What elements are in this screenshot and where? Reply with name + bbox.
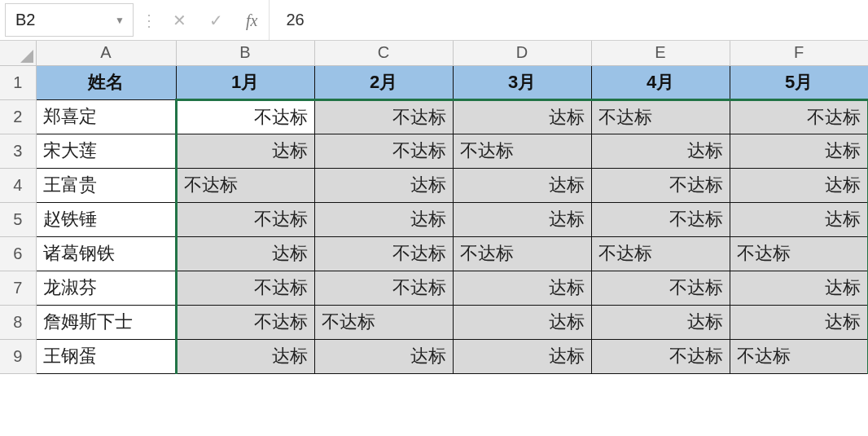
name-box[interactable]: B2 ▼ (5, 3, 134, 37)
value-cell[interactable]: 达标 (591, 305, 730, 339)
value-cell[interactable]: 不达标 (176, 202, 314, 236)
header-cell[interactable]: 3月 (453, 65, 591, 99)
header-cell[interactable]: 2月 (314, 65, 453, 99)
row-header[interactable]: 8 (0, 305, 36, 339)
value-cell[interactable]: 不达标 (176, 271, 314, 305)
value-cell[interactable]: 达标 (314, 168, 453, 202)
value-cell[interactable]: 达标 (730, 305, 868, 339)
header-cell[interactable]: 1月 (176, 65, 314, 99)
column-header[interactable]: F (730, 41, 868, 65)
value-cell[interactable]: 达标 (453, 305, 591, 339)
value-cell[interactable]: 达标 (453, 168, 591, 202)
formula-bar: B2 ▼ ⋮ ✕ ✓ fx 26 (0, 0, 868, 41)
value-cell[interactable]: 不达标 (176, 305, 314, 339)
header-cell[interactable]: 姓名 (36, 65, 176, 99)
name-cell[interactable]: 王富贵 (36, 168, 176, 202)
value-cell[interactable]: 达标 (453, 202, 591, 236)
column-header[interactable]: D (453, 41, 591, 65)
name-cell[interactable]: 詹姆斯下士 (36, 305, 176, 339)
value-cell[interactable]: 达标 (730, 134, 868, 168)
value-cell[interactable]: 达标 (453, 99, 591, 134)
spreadsheet-grid[interactable]: ABCDEF1姓名1月2月3月4月5月2郑喜定不达标不达标达标不达标不达标3宋大… (0, 41, 868, 374)
value-cell[interactable]: 不达标 (730, 339, 868, 373)
cancel-icon[interactable]: ✕ (173, 12, 186, 29)
column-header[interactable]: A (36, 41, 176, 65)
name-cell[interactable]: 郑喜定 (36, 99, 176, 134)
value-cell[interactable]: 不达标 (314, 99, 453, 134)
header-cell[interactable]: 4月 (591, 65, 730, 99)
value-cell[interactable]: 达标 (453, 271, 591, 305)
value-cell[interactable]: 不达标 (591, 271, 730, 305)
name-cell[interactable]: 王钢蛋 (36, 339, 176, 373)
row-header[interactable]: 9 (0, 339, 36, 373)
row-header[interactable]: 3 (0, 134, 36, 168)
value-cell[interactable]: 达标 (314, 339, 453, 373)
value-cell[interactable]: 不达标 (591, 202, 730, 236)
value-cell[interactable]: 不达标 (591, 168, 730, 202)
value-cell[interactable]: 不达标 (176, 168, 314, 202)
value-cell[interactable]: 达标 (591, 134, 730, 168)
row-header[interactable]: 7 (0, 271, 36, 305)
formula-input[interactable]: 26 (269, 0, 868, 40)
value-cell[interactable]: 不达标 (314, 236, 453, 271)
fx-icon[interactable]: fx (246, 12, 257, 29)
name-box-value: B2 (15, 11, 35, 29)
value-cell[interactable]: 不达标 (314, 305, 453, 339)
column-header[interactable]: C (314, 41, 453, 65)
value-cell[interactable]: 不达标 (591, 236, 730, 271)
value-cell[interactable]: 达标 (314, 202, 453, 236)
value-cell[interactable]: 不达标 (730, 236, 868, 271)
value-cell[interactable]: 不达标 (314, 134, 453, 168)
value-cell[interactable]: 达标 (730, 271, 868, 305)
value-cell[interactable]: 达标 (176, 339, 314, 373)
value-cell[interactable]: 达标 (176, 134, 314, 168)
row-header[interactable]: 4 (0, 168, 36, 202)
row-header[interactable]: 6 (0, 236, 36, 271)
row-header[interactable]: 5 (0, 202, 36, 236)
row-header[interactable]: 2 (0, 99, 36, 134)
value-cell[interactable]: 不达标 (314, 271, 453, 305)
separator-icon: ⋮ (137, 0, 161, 40)
name-cell[interactable]: 龙淑芬 (36, 271, 176, 305)
value-cell[interactable]: 达标 (176, 236, 314, 271)
column-header[interactable]: B (176, 41, 314, 65)
row-header[interactable]: 1 (0, 65, 36, 99)
chevron-down-icon: ▼ (115, 15, 125, 26)
value-cell[interactable]: 不达标 (730, 99, 868, 134)
column-header[interactable]: E (591, 41, 730, 65)
name-cell[interactable]: 宋大莲 (36, 134, 176, 168)
value-cell[interactable]: 达标 (453, 339, 591, 373)
formula-value: 26 (286, 11, 304, 29)
header-cell[interactable]: 5月 (730, 65, 868, 99)
value-cell[interactable]: 不达标 (591, 339, 730, 373)
name-cell[interactable]: 赵铁锤 (36, 202, 176, 236)
name-cell[interactable]: 诸葛钢铁 (36, 236, 176, 271)
formula-bar-buttons: ✕ ✓ fx (161, 0, 269, 40)
confirm-icon[interactable]: ✓ (209, 12, 223, 29)
value-cell[interactable]: 不达标 (453, 134, 591, 168)
value-cell[interactable]: 不达标 (176, 99, 314, 134)
value-cell[interactable]: 不达标 (453, 236, 591, 271)
select-all-triangle[interactable] (0, 41, 36, 65)
value-cell[interactable]: 达标 (730, 168, 868, 202)
value-cell[interactable]: 达标 (730, 202, 868, 236)
value-cell[interactable]: 不达标 (591, 99, 730, 134)
